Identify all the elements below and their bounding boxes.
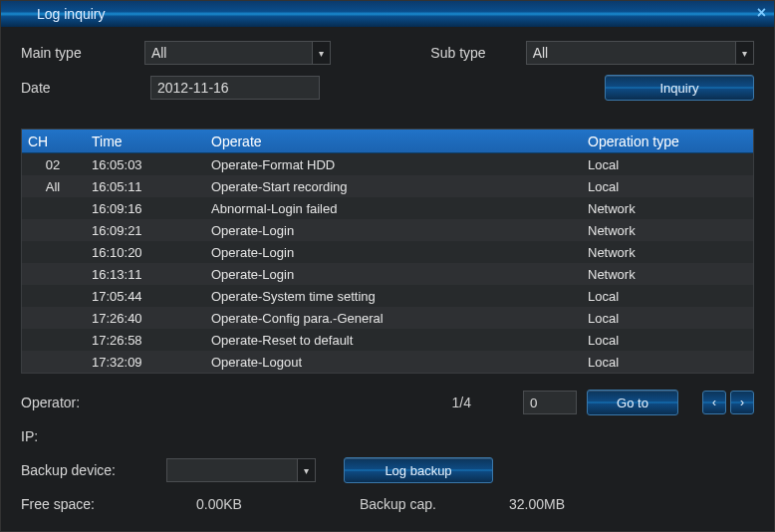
table-row[interactable]: 0216:05:03Operate-Format HDDLocal — [22, 153, 753, 175]
window-title: Log inquiry — [37, 6, 106, 22]
header-op-type: Operation type — [588, 133, 747, 149]
chevron-down-icon: ▾ — [735, 42, 753, 64]
backup-cap-value: 32.00MB — [509, 496, 565, 512]
sub-type-value: All — [533, 45, 549, 61]
cell-operate: Abnormal-Login failed — [211, 201, 588, 216]
cell-op-type: Local — [588, 157, 747, 172]
date-value: 2012-11-16 — [157, 80, 229, 96]
free-space-value: 0.00KB — [196, 496, 242, 512]
date-input[interactable]: 2012-11-16 — [150, 76, 320, 100]
prev-page-button[interactable]: ‹ — [702, 391, 726, 414]
filter-panel: Main type All ▾ Sub type All ▾ Date 2012… — [1, 27, 774, 121]
cell-operate: Operate-Login — [211, 223, 588, 238]
table-row[interactable]: 17:26:40Operate-Config para.-GeneralLoca… — [22, 307, 753, 329]
table-row[interactable]: 17:26:58Operate-Reset to defaultLocal — [22, 329, 753, 351]
cell-operate: Operate-Config para.-General — [211, 311, 588, 326]
cell-op-type: Network — [588, 223, 747, 238]
cell-op-type: Network — [588, 201, 747, 216]
main-type-select[interactable]: All ▾ — [144, 41, 331, 65]
cell-time: 17:32:09 — [92, 355, 211, 370]
sub-type-label: Sub type — [430, 45, 525, 61]
cell-op-type: Local — [588, 311, 747, 326]
cell-time: 16:13:11 — [92, 267, 211, 282]
cell-time: 16:05:03 — [92, 157, 211, 172]
table-body: 0216:05:03Operate-Format HDDLocalAll16:0… — [22, 153, 753, 373]
cell-op-type: Local — [588, 355, 747, 370]
inquiry-button[interactable]: Inquiry — [605, 75, 754, 101]
chevron-right-icon: › — [740, 396, 744, 409]
log-table: CH Time Operate Operation type 0216:05:0… — [21, 129, 754, 374]
cell-operate: Operate-Reset to default — [211, 333, 588, 348]
header-time: Time — [92, 133, 211, 149]
cell-time: 16:09:21 — [92, 223, 211, 238]
table-row[interactable]: 17:05:44Operate-System time settingLocal — [22, 285, 753, 307]
backup-device-select[interactable]: ▾ — [166, 458, 316, 482]
table-row[interactable]: 16:10:20Operate-LoginNetwork — [22, 241, 753, 263]
cell-operate: Operate-Login — [211, 267, 588, 282]
page-input[interactable] — [523, 391, 577, 414]
cell-operate: Operate-Format HDD — [211, 157, 588, 172]
cell-op-type: Network — [588, 245, 747, 260]
table-header: CH Time Operate Operation type — [22, 130, 753, 153]
log-backup-button[interactable]: Log backup — [344, 457, 493, 483]
ip-label: IP: — [21, 428, 38, 444]
table-row[interactable]: All16:05:11Operate-Start recordingLocal — [22, 175, 753, 197]
page-counter: 1/4 — [452, 395, 471, 410]
chevron-left-icon: ‹ — [712, 396, 716, 409]
cell-time: 17:26:58 — [92, 333, 211, 348]
titlebar: Log inquiry × — [1, 1, 774, 27]
chevron-down-icon: ▾ — [312, 42, 330, 64]
footer-panel: Operator: 1/4 Go to ‹ › IP: Backup devic… — [1, 386, 774, 521]
backup-cap-label: Backup cap. — [360, 496, 509, 512]
next-page-button[interactable]: › — [730, 391, 754, 414]
cell-ch: All — [28, 179, 92, 194]
table-row[interactable]: 16:13:11Operate-LoginNetwork — [22, 263, 753, 285]
goto-button[interactable]: Go to — [587, 390, 678, 415]
log-inquiry-window: Log inquiry × Main type All ▾ Sub type A… — [0, 0, 775, 532]
free-space-label: Free space: — [21, 496, 196, 512]
sub-type-select[interactable]: All ▾ — [526, 41, 754, 65]
cell-time: 16:05:11 — [92, 179, 211, 194]
cell-operate: Operate-Login — [211, 245, 588, 260]
cell-time: 17:26:40 — [92, 311, 211, 326]
operator-label: Operator: — [21, 395, 80, 410]
cell-time: 17:05:44 — [92, 289, 211, 304]
cell-operate: Operate-Logout — [211, 355, 588, 370]
header-ch: CH — [28, 133, 92, 149]
cell-op-type: Local — [588, 179, 747, 194]
chevron-down-icon: ▾ — [297, 459, 315, 481]
cell-operate: Operate-System time setting — [211, 289, 588, 304]
cell-op-type: Local — [588, 289, 747, 304]
table-row[interactable]: 16:09:16Abnormal-Login failedNetwork — [22, 197, 753, 219]
close-icon[interactable]: × — [757, 4, 766, 22]
cell-time: 16:09:16 — [92, 201, 211, 216]
cell-op-type: Local — [588, 333, 747, 348]
main-type-value: All — [151, 45, 167, 61]
table-row[interactable]: 17:32:09Operate-LogoutLocal — [22, 351, 753, 373]
header-operate: Operate — [211, 133, 588, 149]
date-label: Date — [21, 80, 150, 96]
cell-ch: 02 — [28, 157, 92, 172]
cell-time: 16:10:20 — [92, 245, 211, 260]
main-type-label: Main type — [21, 45, 144, 61]
table-row[interactable]: 16:09:21Operate-LoginNetwork — [22, 219, 753, 241]
cell-op-type: Network — [588, 267, 747, 282]
backup-device-label: Backup device: — [21, 462, 158, 478]
cell-operate: Operate-Start recording — [211, 179, 588, 194]
